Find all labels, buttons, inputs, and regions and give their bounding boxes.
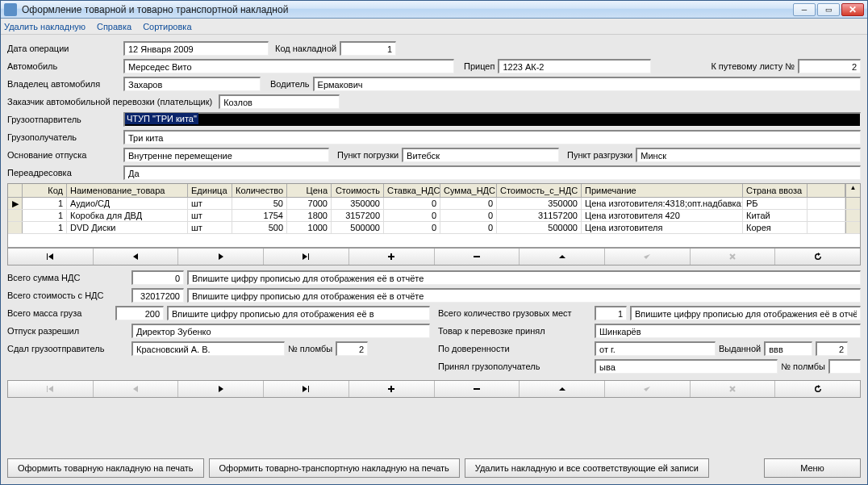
print-goods-button[interactable]: Оформить товарную накладную на печать <box>7 458 204 478</box>
owner-input[interactable] <box>123 77 261 91</box>
basis-input[interactable] <box>123 148 329 162</box>
scroll-up-icon[interactable]: ▲ <box>845 184 860 197</box>
car-input[interactable] <box>123 59 454 73</box>
app-icon <box>4 3 17 16</box>
col-unit[interactable]: Единица <box>188 184 232 197</box>
label-unloadpoint: Пункт разгрузки <box>567 150 632 160</box>
nav2-post-button[interactable] <box>605 381 691 397</box>
nav2-remove-button[interactable] <box>435 381 520 397</box>
nav-edit-button[interactable] <box>520 249 605 265</box>
cost-total-text[interactable] <box>187 288 861 303</box>
nav-first-button[interactable] <box>8 249 94 265</box>
label-cost-total: Всего стоимость с НДС <box>7 291 128 300</box>
col-price[interactable]: Цена <box>287 184 332 197</box>
mass-total-text[interactable] <box>167 306 430 320</box>
nav2-add-button[interactable] <box>349 381 435 397</box>
proxy-from-input[interactable] <box>595 341 716 356</box>
readdress-input[interactable] <box>123 165 861 180</box>
table-row[interactable]: 1Коробка для ДВДшт1754180031572000031157… <box>8 210 860 222</box>
nav2-refresh-button[interactable] <box>775 381 860 397</box>
seal-no-input[interactable] <box>336 341 368 356</box>
label-waybill: К путевому листу № <box>711 61 795 71</box>
app-window: Оформление товарной и товарно транспортн… <box>0 0 868 485</box>
loadpoint-input[interactable] <box>402 148 559 162</box>
nav-next-button[interactable] <box>178 249 264 265</box>
menu-sort[interactable]: Сортировка <box>143 22 191 31</box>
label-trailer: Прицеп <box>464 61 495 71</box>
nds-total-text[interactable] <box>187 270 861 285</box>
waybill-input[interactable] <box>798 59 861 73</box>
label-driver: Водитель <box>270 79 310 89</box>
label-customer: Заказчик автомобильной перевозки (плател… <box>7 97 212 107</box>
grid-navigator <box>7 248 861 265</box>
menu-help[interactable]: Справка <box>97 22 131 31</box>
code-input[interactable] <box>340 41 396 56</box>
label-sender-gave: Сдал грузоотправитель <box>7 344 128 353</box>
places-total-text[interactable] <box>630 306 861 320</box>
nav2-last-button[interactable] <box>264 381 349 397</box>
nav2-cancel-button[interactable] <box>691 381 776 397</box>
label-seal-no: № пломбы <box>288 344 332 353</box>
sender-input[interactable]: ЧТУП "ТРИ кита" <box>125 113 198 124</box>
table-row[interactable]: ▶1Аудио/СДшт50700035000000350000Цена изг… <box>8 198 860 210</box>
col-ndsrate[interactable]: Ставка_НДС <box>384 184 440 197</box>
record-navigator <box>7 380 861 398</box>
col-note[interactable]: Примечание <box>582 184 743 197</box>
col-country[interactable]: Страна ввоза <box>743 184 807 197</box>
label-allowed: Отпуск разрешил <box>7 326 128 336</box>
label-nds-total: Всего сумма НДС <box>7 273 128 282</box>
label-sender: Грузоотпарвитель <box>7 115 120 124</box>
label-readdress: Переадресовка <box>7 168 120 178</box>
issued-input[interactable] <box>764 341 812 356</box>
label-seal-no2: № полмбы <box>781 362 825 371</box>
nav-last-button[interactable] <box>264 249 349 265</box>
sender-gave-input[interactable] <box>131 341 285 356</box>
driver-input[interactable] <box>313 77 861 91</box>
nav-refresh-button[interactable] <box>775 249 860 265</box>
nav-cancel-button[interactable] <box>691 249 776 265</box>
unloadpoint-input[interactable] <box>636 148 861 162</box>
date-input[interactable] <box>123 41 269 56</box>
col-code[interactable]: Код <box>23 184 67 197</box>
nav-post-button[interactable] <box>605 249 691 265</box>
nav-prev-button[interactable] <box>94 249 179 265</box>
nds-total-input[interactable] <box>131 270 184 285</box>
accepted-input[interactable] <box>595 324 861 338</box>
nav-add-button[interactable] <box>349 249 435 265</box>
mass-total-input[interactable] <box>115 306 164 320</box>
close-button[interactable]: ✕ <box>841 3 864 16</box>
print-transport-button[interactable]: Оформить товарно-транспортную накладную … <box>209 458 460 478</box>
minimize-button[interactable]: ─ <box>793 3 816 16</box>
col-cost[interactable]: Стоимость <box>332 184 384 197</box>
allowed-input[interactable] <box>131 324 430 338</box>
goods-grid[interactable]: Код Наименование_товара Единица Количест… <box>7 183 861 248</box>
label-car: Автомобиль <box>7 61 120 71</box>
menu-button[interactable]: Меню <box>764 458 861 478</box>
nav2-next-button[interactable] <box>178 381 264 397</box>
seal-no2-input[interactable] <box>828 359 861 374</box>
label-places-total: Всего количество грузовых мест <box>438 308 591 318</box>
label-mass-total: Всего масса груза <box>7 308 112 318</box>
menu-delete[interactable]: Удалить накладную <box>4 22 86 31</box>
places-total-input[interactable] <box>595 306 627 320</box>
customer-input[interactable] <box>219 94 340 109</box>
col-costnds[interactable]: Стоимость_с_НДС <box>497 184 582 197</box>
trailer-input[interactable] <box>498 59 651 73</box>
nav2-prev-button[interactable] <box>94 381 179 397</box>
received-input[interactable] <box>595 359 778 374</box>
menubar: Удалить накладную Справка Сортировка <box>1 19 867 35</box>
cost-total-input[interactable] <box>131 288 184 303</box>
nav-remove-button[interactable] <box>435 249 520 265</box>
table-row[interactable]: 1DVD Дискишт500100050000000500000Цена из… <box>8 222 860 234</box>
receiver-input[interactable] <box>123 130 861 144</box>
delete-all-button[interactable]: Удалить накладную и все соответствующие … <box>465 458 709 478</box>
issued-no-input[interactable] <box>816 341 848 356</box>
col-ndssum[interactable]: Сумма_НДС <box>440 184 497 197</box>
titlebar: Оформление товарной и товарно транспортн… <box>1 1 867 19</box>
col-name[interactable]: Наименование_товара <box>67 184 188 197</box>
col-qty[interactable]: Количество <box>232 184 287 197</box>
maximize-button[interactable]: ▭ <box>817 3 840 16</box>
nav2-first-button[interactable] <box>8 381 94 397</box>
nav2-edit-button[interactable] <box>520 381 605 397</box>
label-date: Дата операции <box>7 44 120 53</box>
